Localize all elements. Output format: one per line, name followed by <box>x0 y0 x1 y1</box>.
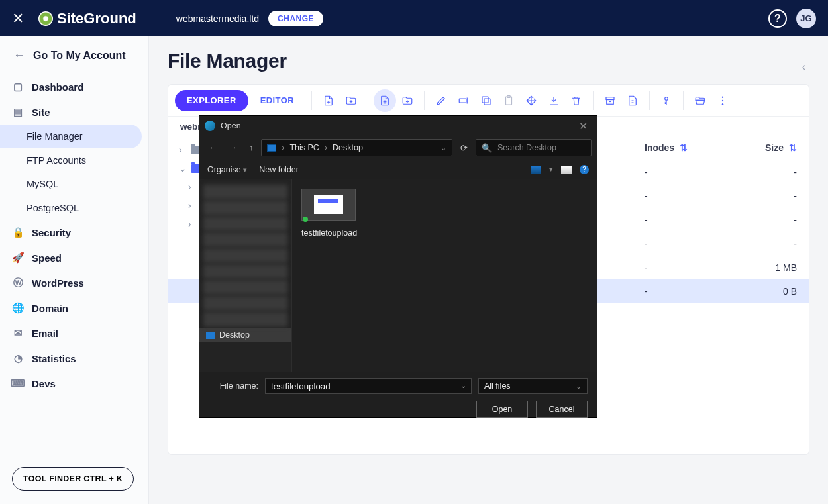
dialog-content[interactable]: testfiletoupload <box>292 179 597 372</box>
tab-explorer[interactable]: EXPLORER <box>175 90 248 111</box>
sidebar-item[interactable] <box>203 201 287 215</box>
view-icon[interactable] <box>531 166 541 174</box>
sidebar-item-email[interactable]: ✉ Email <box>0 321 148 346</box>
search-placeholder: Search Desktop <box>497 143 556 152</box>
sidebar-item-site[interactable]: ▤ Site <box>0 99 148 125</box>
file-open-dialog: Open ✕ ← → ↑ › This PC › Desktop ⌄ ⟳ 🔍 S… <box>199 116 597 417</box>
sidebar-item-statistics[interactable]: ◔ Statistics <box>0 346 148 371</box>
svg-rect-1 <box>484 99 490 105</box>
extract-icon[interactable] <box>621 89 644 112</box>
move-icon[interactable] <box>520 89 543 112</box>
close-icon[interactable]: ✕ <box>12 10 24 27</box>
col-inodes[interactable]: Inodes⇅ <box>645 142 737 153</box>
forward-icon[interactable]: → <box>225 140 242 155</box>
sidebar-item-postgres[interactable]: PostgreSQL <box>0 196 148 220</box>
svg-point-7 <box>665 97 668 100</box>
sidebar-item[interactable] <box>203 296 287 311</box>
sidebar-item-file-manager[interactable]: File Manager <box>0 125 142 148</box>
sidebar-item[interactable] <box>203 185 287 199</box>
archive-icon[interactable] <box>599 89 621 112</box>
search-icon: 🔍 <box>482 143 492 153</box>
copy-icon[interactable] <box>475 89 497 112</box>
sidebar-item[interactable] <box>203 217 287 231</box>
logo[interactable]: SiteGround <box>38 10 136 27</box>
path-segment[interactable]: Desktop <box>333 143 363 152</box>
back-icon[interactable]: ← <box>205 140 221 155</box>
sidebar-item-label: Site <box>32 107 50 118</box>
sidebar-item-security[interactable]: 🔒 Security <box>0 220 148 245</box>
sidebar-item[interactable] <box>203 280 287 295</box>
sidebar-item-domain[interactable]: 🌐 Domain <box>0 295 148 321</box>
domain-label: webmastermedia.ltd <box>176 13 259 24</box>
upload-folder-icon[interactable] <box>396 89 419 112</box>
sidebar-item-label: WordPress <box>32 277 84 289</box>
sidebar: ← Go To My Account ▢ Dashboard ▤ Site Fi… <box>0 36 149 504</box>
sidebar-item[interactable] <box>203 264 287 279</box>
dialog-titlebar[interactable]: Open ✕ <box>199 116 597 136</box>
close-icon[interactable]: ✕ <box>575 120 592 132</box>
sidebar-item-devs[interactable]: ⌨ Devs <box>0 371 148 396</box>
chevron-left-icon[interactable]: ‹ <box>802 61 805 73</box>
globe-icon: 🌐 <box>12 302 24 314</box>
organise-menu[interactable]: Organise ▾ <box>207 165 247 174</box>
divider <box>649 91 650 110</box>
more-icon[interactable] <box>711 89 734 112</box>
chevron-down-icon[interactable]: ⌄ <box>460 381 466 390</box>
chevron-down-icon[interactable]: ⌄ <box>440 144 446 152</box>
file-type-filter[interactable]: All files ⌄ <box>478 378 588 394</box>
sidebar-item[interactable] <box>203 232 287 247</box>
sidebar-item[interactable] <box>203 312 287 327</box>
open-folder-icon[interactable] <box>689 89 711 112</box>
path-segment[interactable]: This PC <box>289 143 319 152</box>
sync-status-icon <box>303 217 308 222</box>
help-icon[interactable]: ? <box>580 165 589 174</box>
sidebar-item-mysql[interactable]: MySQL <box>0 172 148 196</box>
filename-input[interactable] <box>265 378 472 394</box>
sidebar-item-dashboard[interactable]: ▢ Dashboard <box>0 74 148 99</box>
delete-icon[interactable] <box>565 89 588 112</box>
sidebar-item[interactable] <box>203 248 287 263</box>
site-icon: ▤ <box>12 106 24 118</box>
rename-icon[interactable] <box>452 89 475 112</box>
change-button[interactable]: CHANGE <box>268 11 323 26</box>
sidebar-item-label: Desktop <box>219 330 250 340</box>
new-folder-icon[interactable] <box>340 89 362 112</box>
dialog-sidebar[interactable]: Desktop <box>199 179 292 372</box>
col-size[interactable]: Size⇅ <box>737 142 797 153</box>
new-file-icon[interactable] <box>317 89 340 112</box>
search-input[interactable]: 🔍 Search Desktop <box>476 139 592 156</box>
clock-icon: ◔ <box>12 352 24 364</box>
upload-file-icon[interactable] <box>374 89 396 112</box>
tab-editor[interactable]: EDITOR <box>248 90 306 111</box>
permissions-icon[interactable] <box>655 89 678 112</box>
up-icon[interactable]: ↑ <box>245 140 257 155</box>
help-icon[interactable]: ? <box>768 9 787 28</box>
edit-icon[interactable] <box>430 89 452 112</box>
sidebar-item-ftp[interactable]: FTP Accounts <box>0 148 148 172</box>
mail-icon: ✉ <box>12 327 24 339</box>
desktop-icon <box>206 332 215 339</box>
address-bar[interactable]: › This PC › Desktop ⌄ <box>261 139 452 156</box>
dialog-nav: ← → ↑ › This PC › Desktop ⌄ ⟳ 🔍 Search D… <box>199 136 597 160</box>
chevron-down-icon[interactable]: ▾ <box>549 165 553 174</box>
open-button[interactable]: Open <box>476 401 528 418</box>
paste-icon[interactable] <box>497 89 520 112</box>
avatar[interactable]: JG <box>796 9 816 28</box>
dialog-toolbar: Organise ▾ New folder ▾ ? <box>199 160 597 179</box>
arrow-left-icon: ← <box>13 48 25 62</box>
sidebar-item-speed[interactable]: 🚀 Speed <box>0 245 148 270</box>
svg-point-10 <box>722 103 723 105</box>
cancel-button[interactable]: Cancel <box>536 401 588 418</box>
svg-point-8 <box>722 96 723 97</box>
sidebar-item-wordpress[interactable]: ⓦ WordPress <box>0 270 148 295</box>
sidebar-item-desktop[interactable]: Desktop <box>199 328 291 342</box>
refresh-icon[interactable]: ⟳ <box>456 140 472 156</box>
go-to-account-link[interactable]: ← Go To My Account <box>0 48 148 74</box>
file-thumbnail[interactable]: testfiletoupload <box>301 189 356 238</box>
svg-rect-2 <box>482 97 488 103</box>
tool-finder-button[interactable]: TOOL FINDER CTRL + K <box>12 467 134 491</box>
new-folder-button[interactable]: New folder <box>259 165 299 174</box>
preview-icon[interactable] <box>561 166 572 174</box>
download-icon[interactable] <box>543 89 565 112</box>
sidebar-item-label: Dashboard <box>32 81 83 93</box>
